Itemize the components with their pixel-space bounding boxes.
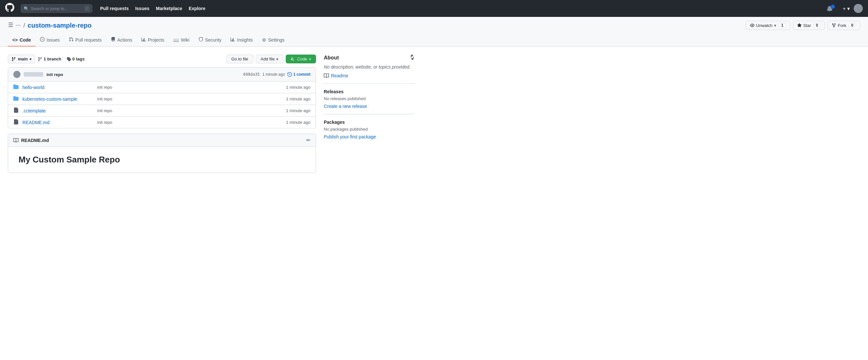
branch-meta: 1 branch 0 tags (38, 57, 85, 61)
about-settings-icon[interactable] (410, 55, 415, 61)
tab-projects[interactable]: Projects (137, 34, 169, 46)
sidebar-toggle-icon[interactable] (8, 22, 14, 29)
file-name-cctemplate[interactable]: .cctemplate (23, 108, 94, 113)
readme-content: My Custom Sample Repo (8, 147, 316, 172)
file-commit-kubernetes: init repo (97, 97, 283, 101)
committer-avatar (13, 71, 21, 78)
packages-title: Packages (324, 120, 415, 125)
book-sidebar-icon (324, 73, 329, 78)
releases-title: Releases (324, 89, 415, 94)
tab-pull-requests[interactable]: Pull requests (64, 34, 106, 46)
sidebar-packages: Packages No packages published Publish y… (324, 120, 415, 144)
commit-meta: 698da35 1 minute ago 1 commit (243, 72, 310, 77)
table-row: README.md init repo 1 minute ago (8, 117, 316, 128)
notifications-button[interactable]: · (826, 4, 839, 13)
readme-header: README.md ✏ (8, 134, 316, 147)
branch-count[interactable]: 1 branch (43, 57, 61, 61)
watch-count: 1 (779, 23, 786, 28)
table-row: hello-world init repo 1 minute ago (8, 81, 316, 93)
tab-code[interactable]: <> Code (8, 34, 35, 46)
star-button[interactable]: Star 0 (793, 21, 825, 30)
repo-owner[interactable] (16, 25, 21, 26)
sidebar-about: About No description, website, or topics… (324, 55, 415, 84)
watch-button[interactable]: Unwatch ▾ 1 (746, 21, 790, 30)
file-commit-readme: init repo (97, 120, 283, 125)
repo-header: / custom-sample-repo Unwatch ▾ 1 Star 0 … (0, 17, 868, 47)
fork-button[interactable]: Fork 0 (827, 21, 860, 30)
security-tab-icon (198, 37, 203, 42)
about-desc: No description, website, or topics provi… (324, 64, 415, 70)
file-time-readme: 1 minute ago (286, 120, 310, 125)
file-commit-hello-world: init repo (97, 85, 283, 90)
committer-name-placeholder (24, 72, 43, 77)
code-button[interactable]: Code (286, 55, 316, 63)
tag-count-link[interactable]: 0 tags (67, 57, 85, 61)
commit-time: 1 minute ago (262, 72, 285, 77)
tab-insights[interactable]: Insights (226, 34, 257, 46)
tab-settings[interactable]: ⚙ Settings (257, 34, 289, 46)
commit-message: init repo (46, 72, 63, 77)
book-icon (13, 138, 19, 143)
search-slash-badge: / (85, 6, 89, 11)
file-name-kubernetes[interactable]: kubernetes-custom-sample (23, 97, 94, 102)
star-count: 0 (813, 23, 821, 28)
readme-link[interactable]: Readme (324, 73, 415, 78)
tag-count[interactable]: 0 tags (72, 57, 85, 61)
watch-label: Unwatch (756, 23, 773, 28)
code-tab-icon: <> (12, 37, 18, 42)
topnav-issues[interactable]: Issues (133, 4, 152, 13)
publish-package-link[interactable]: Publish your first package (324, 134, 415, 139)
search-icon: 🔍 (24, 6, 29, 11)
readme-edit-icon[interactable]: ✏ (306, 137, 310, 143)
github-logo-icon[interactable] (5, 3, 14, 14)
go-to-file-button[interactable]: Go to file (226, 55, 253, 63)
file-time-kubernetes: 1 minute ago (286, 97, 310, 101)
file-table: init repo 698da35 1 minute ago 1 commit … (8, 67, 316, 128)
tab-issues[interactable]: Issues (35, 34, 64, 46)
wiki-tab-icon: 📖 (173, 37, 179, 42)
branch-selector[interactable]: main (8, 55, 35, 63)
commit-history-link[interactable]: 1 commit (287, 72, 310, 77)
user-avatar[interactable] (854, 4, 863, 13)
tab-actions[interactable]: Actions (106, 34, 137, 46)
file-name-readme[interactable]: README.md (23, 120, 94, 125)
file-time-cctemplate: 1 minute ago (286, 108, 310, 113)
file-time-hello-world: 1 minute ago (286, 85, 310, 90)
folder-icon (13, 84, 19, 90)
settings-tab-icon: ⚙ (262, 37, 266, 42)
new-item-button[interactable]: + ▾ (841, 4, 851, 13)
branch-chevron-icon (30, 57, 32, 61)
about-header: About (324, 55, 415, 61)
tab-security[interactable]: Security (194, 34, 226, 46)
about-title: About (324, 55, 339, 61)
topnav-links: Pull requests Issues Marketplace Explore (97, 4, 208, 13)
readme-heading: My Custom Sample Repo (19, 155, 305, 165)
content-left: main 1 branch 0 tags Go to file Add file (8, 55, 316, 173)
code-chevron-icon (309, 57, 311, 61)
add-file-button[interactable]: Add file (256, 55, 283, 63)
branch-name: main (18, 57, 28, 61)
repo-name[interactable]: custom-sample-repo (28, 22, 92, 29)
insights-tab-icon (230, 37, 235, 42)
repo-separator: / (23, 22, 25, 29)
fork-label: Fork (838, 23, 846, 28)
readme-title: README.md (21, 138, 49, 143)
file-table-header: init repo 698da35 1 minute ago 1 commit (8, 68, 316, 81)
topnav-explore[interactable]: Explore (186, 4, 208, 13)
topnav-right: · + ▾ (826, 4, 863, 13)
commit-hash[interactable]: 698da35 (243, 72, 260, 77)
releases-none: No releases published (324, 96, 415, 101)
file-icon (13, 119, 19, 125)
create-release-link[interactable]: Create a new release (324, 104, 415, 109)
tab-wiki[interactable]: 📖 Wiki (169, 34, 194, 46)
pr-tab-icon (69, 37, 73, 42)
file-name-hello-world[interactable]: hello-world (23, 85, 94, 90)
topnav-marketplace[interactable]: Marketplace (153, 4, 185, 13)
search-input[interactable]: 🔍 Search or jump to... / (21, 4, 92, 13)
file-icon (13, 107, 19, 114)
repo-title-row: / custom-sample-repo Unwatch ▾ 1 Star 0 … (8, 21, 860, 30)
folder-icon (13, 96, 19, 102)
table-row: .cctemplate init repo 1 minute ago (8, 105, 316, 117)
topnav-pull-requests[interactable]: Pull requests (97, 4, 131, 13)
branch-count-link[interactable]: 1 branch (38, 57, 61, 61)
